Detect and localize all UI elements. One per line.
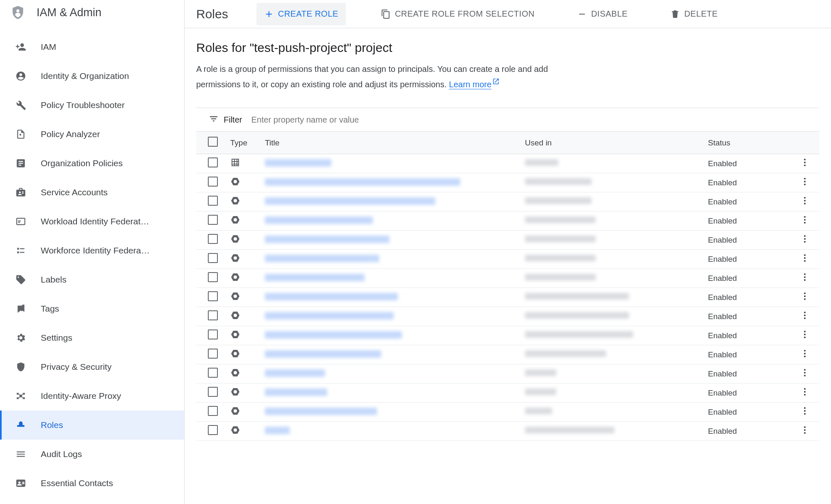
- role-title-link[interactable]: [265, 236, 390, 243]
- role-title-link[interactable]: [265, 255, 379, 262]
- row-checkbox[interactable]: [208, 329, 218, 339]
- row-checkbox[interactable]: [208, 406, 218, 416]
- row-checkbox[interactable]: [208, 272, 218, 282]
- row-menu-button[interactable]: [800, 179, 810, 188]
- select-all-checkbox[interactable]: [208, 137, 218, 147]
- sidebar-item-labels[interactable]: Labels: [0, 265, 184, 294]
- row-menu-button[interactable]: [800, 352, 810, 360]
- row-checkbox[interactable]: [208, 234, 218, 244]
- hex-role-icon: [230, 332, 240, 341]
- row-checkbox[interactable]: [208, 215, 218, 225]
- header-type[interactable]: Type: [226, 132, 261, 154]
- header-used-in[interactable]: Used in: [521, 132, 704, 154]
- row-checkbox[interactable]: [208, 253, 218, 263]
- row-checkbox[interactable]: [208, 387, 218, 397]
- filter-icon[interactable]: [209, 114, 219, 125]
- role-title-link[interactable]: [265, 408, 377, 415]
- sidebar-item-policy-analyzer[interactable]: Policy Analyzer: [0, 120, 184, 149]
- role-title-link[interactable]: [265, 274, 365, 281]
- header-status[interactable]: Status: [704, 132, 791, 154]
- hex-role-icon: [230, 237, 240, 246]
- used-in-text: [525, 331, 633, 338]
- main-content: Roles CREATE ROLE CREATE ROLE FROM SELEC…: [185, 0, 831, 504]
- sidebar-item-policy-troubleshooter[interactable]: Policy Troubleshooter: [0, 91, 184, 120]
- filter-input[interactable]: [251, 115, 807, 125]
- sidebar-item-settings[interactable]: Settings: [0, 323, 184, 352]
- learn-more-link[interactable]: Learn more: [449, 80, 491, 89]
- row-menu-button[interactable]: [800, 409, 810, 418]
- create-role-button[interactable]: CREATE ROLE: [256, 3, 346, 25]
- sidebar-item-roles[interactable]: Roles: [0, 411, 184, 440]
- sidebar-item-identity-org[interactable]: Identity & Organization: [0, 61, 184, 91]
- row-checkbox[interactable]: [208, 310, 218, 320]
- header-title[interactable]: Title: [261, 132, 521, 154]
- row-menu-button[interactable]: [800, 160, 810, 169]
- filter-bar: Filter: [196, 108, 819, 131]
- used-in-text: [525, 293, 629, 300]
- create-from-selection-label: CREATE ROLE FROM SELECTION: [395, 9, 535, 19]
- row-menu-button[interactable]: [800, 371, 810, 379]
- table-row: Enabled: [196, 211, 819, 231]
- row-menu-button[interactable]: [800, 256, 810, 265]
- svg-point-35: [804, 372, 806, 374]
- hex-role-icon: [230, 313, 240, 322]
- row-checkbox[interactable]: [208, 368, 218, 378]
- row-menu-button[interactable]: [800, 332, 810, 341]
- sidebar-item-essential-contacts[interactable]: Essential Contacts: [0, 469, 184, 498]
- role-title-link[interactable]: [265, 197, 435, 205]
- row-menu-button[interactable]: [800, 275, 810, 284]
- row-checkbox[interactable]: [208, 425, 218, 435]
- role-title-link[interactable]: [265, 312, 394, 320]
- row-menu-button[interactable]: [800, 237, 810, 246]
- status-text: Enabled: [704, 231, 791, 250]
- sidebar-item-workload-identity[interactable]: Workload Identity Federat…: [0, 207, 184, 236]
- roles-table: Type Title Used in Status Enabled Enable…: [196, 131, 819, 441]
- row-checkbox[interactable]: [208, 349, 218, 359]
- role-title-link[interactable]: [265, 427, 290, 434]
- status-text: Enabled: [704, 269, 791, 288]
- row-menu-button[interactable]: [800, 199, 810, 207]
- hex-role-icon: [230, 428, 240, 437]
- delete-button[interactable]: DELETE: [663, 3, 725, 25]
- sidebar-item-label: Identity-Aware Proxy: [41, 391, 121, 401]
- row-menu-button[interactable]: [800, 313, 810, 322]
- badge-icon: [15, 187, 27, 198]
- role-title-link[interactable]: [265, 159, 331, 167]
- content-area: Roles for "test-push-project" project A …: [185, 28, 831, 504]
- sidebar-item-iap[interactable]: Identity-Aware Proxy: [0, 381, 184, 411]
- row-checkbox[interactable]: [208, 196, 218, 206]
- row-menu-button[interactable]: [800, 218, 810, 226]
- row-checkbox[interactable]: [208, 291, 218, 301]
- disable-button[interactable]: DISABLE: [570, 3, 635, 25]
- sidebar-item-service-accounts[interactable]: Service Accounts: [0, 178, 184, 207]
- role-title-link[interactable]: [265, 331, 402, 339]
- svg-point-37: [804, 388, 806, 390]
- svg-point-21: [804, 279, 806, 281]
- role-title-link[interactable]: [265, 216, 373, 224]
- svg-point-5: [804, 181, 806, 182]
- row-menu-button[interactable]: [800, 294, 810, 303]
- svg-point-16: [804, 254, 806, 256]
- row-menu-button[interactable]: [800, 390, 810, 398]
- table-row: Enabled: [196, 288, 819, 307]
- role-title-link[interactable]: [265, 369, 325, 377]
- sidebar-item-tags[interactable]: Tags: [0, 294, 184, 323]
- sidebar-item-iam[interactable]: IAM: [0, 32, 184, 61]
- role-title-link[interactable]: [265, 350, 381, 358]
- row-checkbox[interactable]: [208, 177, 218, 187]
- sidebar-item-label: Labels: [41, 275, 67, 285]
- sidebar-item-privacy-security[interactable]: Privacy & Security: [0, 352, 184, 381]
- sidebar-item-workforce-identity[interactable]: Workforce Identity Federa…: [0, 236, 184, 265]
- svg-point-43: [804, 426, 806, 428]
- row-checkbox[interactable]: [208, 157, 218, 167]
- role-title-link[interactable]: [265, 293, 398, 300]
- page-description: A role is a group of permissions that yo…: [196, 62, 562, 91]
- role-title-link[interactable]: [265, 178, 460, 186]
- role-title-link[interactable]: [265, 388, 327, 396]
- sidebar-item-audit-logs[interactable]: Audit Logs: [0, 440, 184, 469]
- sidebar-item-org-policies[interactable]: Organization Policies: [0, 149, 184, 178]
- table-row: Enabled: [196, 326, 819, 345]
- create-from-selection-button[interactable]: CREATE ROLE FROM SELECTION: [373, 3, 542, 25]
- row-menu-button[interactable]: [800, 428, 810, 437]
- svg-point-29: [804, 334, 806, 335]
